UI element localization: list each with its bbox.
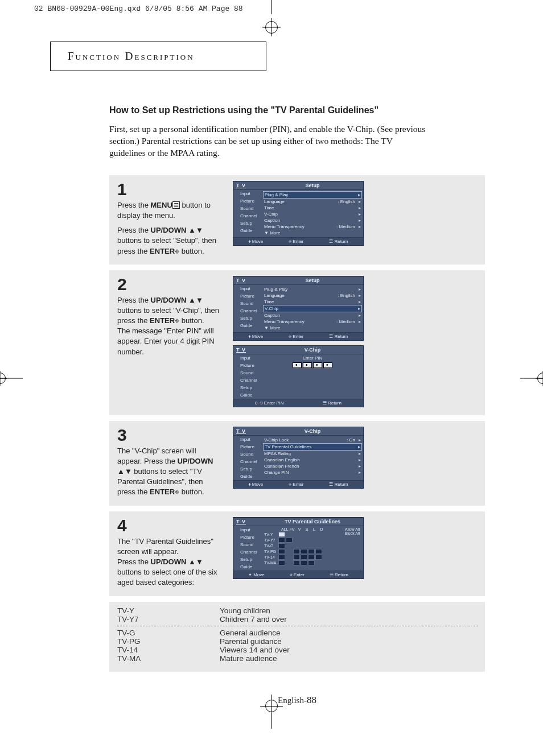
footer-return: Return: [335, 334, 348, 339]
up-arrow-icon: [188, 226, 196, 234]
nav-channel: Channel: [233, 548, 262, 556]
rating-grid-header: ALLFVVSLD: [281, 527, 335, 532]
nav-picture: Picture: [233, 534, 262, 541]
chevron-right-icon: ▸: [359, 224, 361, 229]
registration-mark-right: [520, 356, 543, 401]
rating-desc: Mature audience: [220, 654, 277, 663]
menu-item: Language: [264, 293, 338, 298]
rating-row-label: TV-Y: [264, 532, 276, 537]
up-arrow-icon: [117, 467, 125, 476]
crop-mark-top: [272, 0, 272, 14]
text: Press the: [117, 201, 151, 209]
footer-return: Return: [328, 400, 342, 406]
step-1: 1 Press the MENU button to display the m…: [109, 175, 485, 265]
menu-key-label: MENU: [151, 201, 172, 209]
page-title: Function Description: [68, 50, 195, 62]
osd-setup-vchip-screenshot: T VSetup Input Picture Sound Channel Set…: [233, 276, 364, 341]
block-all-label: Block All: [335, 531, 361, 535]
nav-input: Input: [233, 190, 262, 197]
page-title-box: Function Description: [50, 42, 266, 71]
enter-pin-label: Enter PIN: [264, 356, 361, 361]
registration-mark-left: [0, 356, 23, 401]
osd-tv-label: T V: [233, 276, 262, 284]
nav-setup: Setup: [233, 315, 262, 322]
nav-sound: Sound: [233, 369, 262, 377]
rating-row-label: TV-14: [264, 555, 276, 560]
nav-guide: Guide: [233, 473, 262, 480]
menu-value: : Medium: [336, 224, 359, 229]
nav-sound: Sound: [233, 541, 262, 548]
chevron-right-icon: ▸: [359, 205, 361, 210]
text: button.: [179, 247, 204, 255]
chevron-right-icon: ▸: [359, 218, 361, 223]
footer-move: Move: [253, 572, 265, 577]
osd-title: TV Parental Guidelines: [262, 518, 363, 526]
rating-desc: Young children: [220, 606, 270, 615]
footer-enter: Enter: [294, 572, 305, 577]
page-number: English-88: [109, 695, 485, 706]
menu-item: V-Chip: [265, 306, 358, 311]
menu-item: Caption: [264, 313, 359, 318]
footer-move: ♦ Move: [248, 239, 263, 244]
rating-desc: Parental guidance: [220, 637, 282, 646]
step-3: 3 The "V-Chip" screen will appear. Press…: [109, 421, 485, 506]
menu-item-more: ▼ More: [264, 230, 361, 236]
menu-item: Menu Transparency: [264, 224, 336, 229]
step-2-text: 2 Press the UP/DOWN buttons to select "V…: [117, 276, 223, 407]
menu-value: : Medium: [336, 319, 359, 324]
step-2: 2 Press the UP/DOWN buttons to select "V…: [109, 270, 485, 415]
footer-move: Move: [252, 334, 264, 339]
rating-grid: TV-Y TV-Y7 TV-G TV-PG TV-14 TV-MA: [264, 532, 335, 565]
updown-key-label: UP/DOWN: [151, 557, 187, 566]
nav-guide: Guide: [233, 391, 262, 399]
page-content: Function Description How to Set up Restr…: [47, 42, 496, 729]
step-number: 4: [117, 517, 223, 534]
enter-icon: [175, 247, 179, 255]
osd-title: V-Chip: [262, 346, 363, 354]
text: Press the: [117, 296, 151, 304]
nav-picture: Picture: [233, 197, 262, 205]
rating-row-label: TV-MA: [264, 560, 276, 565]
chevron-right-icon: ▸: [359, 212, 361, 217]
nav-sound: Sound: [233, 300, 262, 307]
down-arrow-icon: [196, 296, 203, 304]
step-4: 4 The "TV Parental Guidelines" screen wi…: [109, 511, 485, 596]
osd-enter-pin-screenshot: T VV-Chip Input Picture Sound Channel Se…: [233, 345, 364, 407]
rating-code: TV-PG: [117, 637, 220, 646]
rating-row-label: TV-Y7: [264, 538, 276, 543]
menu-item: Menu Transparency: [264, 319, 336, 324]
rating-desc: Viewers 14 and over: [220, 646, 290, 654]
text: The message "Enter PIN" will appear. Ent…: [117, 326, 223, 357]
footer-enter: ⎆ Enter: [289, 239, 303, 244]
enter-key-label: ENTER: [150, 488, 175, 496]
menu-item: Language: [264, 199, 338, 204]
menu-item-more: ▼ More: [264, 325, 361, 331]
menu-value: : English: [338, 293, 359, 298]
osd-vchip-screenshot: T VV-Chip Input Picture Sound Channel Se…: [233, 427, 364, 489]
nav-channel: Channel: [233, 377, 262, 384]
nav-guide: Guide: [233, 563, 262, 571]
pin-digit: [323, 362, 332, 368]
nav-picture: Picture: [233, 443, 262, 451]
text: Press the: [117, 226, 151, 234]
rating-row-label: TV-G: [264, 543, 276, 548]
menu-item: MPAA Rating: [264, 451, 359, 456]
chevron-right-icon: ▸: [359, 199, 361, 204]
allow-all-label: Allow All: [335, 527, 361, 531]
nav-input: Input: [233, 354, 262, 362]
ratings-legend: TV-YYoung children TV-Y7Children 7 and o…: [109, 602, 485, 672]
separator: [117, 626, 478, 626]
text: Press the: [117, 557, 151, 566]
nav-setup: Setup: [233, 465, 262, 473]
text: button.: [179, 316, 204, 325]
osd-title: Setup: [262, 181, 363, 189]
osd-setup-screenshot: T VSetup Input Picture Sound Channel Set…: [233, 181, 364, 246]
updown-key-label: UP/DOWN: [178, 457, 213, 465]
osd-title: V-Chip: [262, 427, 363, 435]
pin-input-boxes: [293, 362, 332, 368]
pin-digit: [303, 362, 312, 368]
menu-icon: [172, 201, 180, 209]
chevron-right-icon: ▸: [358, 192, 360, 197]
menu-item: Caption: [264, 218, 359, 223]
step-3-text: 3 The "V-Chip" screen will appear. Press…: [117, 427, 223, 498]
